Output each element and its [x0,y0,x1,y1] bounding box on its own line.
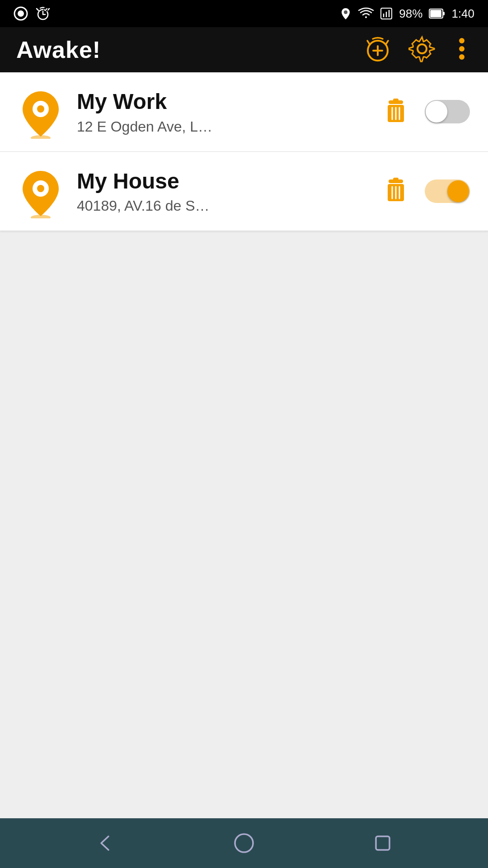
svg-point-18 [459,38,465,43]
app-title: Awake! [16,36,101,63]
status-time: 1:40 [451,7,474,21]
svg-point-31 [37,185,44,192]
svg-rect-34 [393,178,399,180]
toggle-thumb-house [447,180,469,202]
toggle-track-work [425,100,470,123]
svg-point-23 [31,135,51,139]
svg-point-19 [459,46,465,52]
delete-button-house[interactable] [380,173,411,209]
location-address-house: 40189, AV.16 de S… [77,198,367,214]
battery-percentage: 98% [399,7,422,21]
status-right: 98% 1:40 [339,7,474,21]
status-alarm-icon [35,6,51,21]
svg-point-1 [18,10,24,17]
gps-icon [339,7,352,20]
location-pin-icon-house [18,169,63,214]
more-options-button[interactable] [452,35,472,64]
svg-point-20 [459,54,465,60]
delete-button-work[interactable] [380,94,411,130]
status-bar: 98% 1:40 [0,0,488,27]
content: My Work 12 E Ogden Ave, L… [0,72,488,818]
toggle-track-house [425,179,470,203]
svg-rect-25 [393,99,399,101]
location-address-work: 12 E Ogden Ave, L… [77,118,367,135]
toggle-work[interactable] [425,100,470,123]
toolbar: Awake! [0,27,488,72]
svg-rect-13 [443,12,445,15]
nav-bar [0,818,488,868]
location-pin-icon-work [18,89,63,134]
status-left [14,6,51,21]
home-button[interactable] [233,832,255,854]
recents-button[interactable] [371,832,394,854]
back-button[interactable] [94,832,117,854]
settings-button[interactable] [408,35,436,64]
signal-icon [380,7,393,20]
location-controls-work [380,94,470,130]
svg-point-39 [235,834,253,852]
battery-icon [429,9,445,19]
location-card-work: My Work 12 E Ogden Ave, L… [0,72,488,152]
location-controls-house [380,173,470,209]
add-alarm-button[interactable] [363,34,392,65]
svg-point-6 [344,10,347,14]
wifi-icon [358,7,374,20]
location-info-house: My House 40189, AV.16 de S… [77,168,367,215]
toggle-thumb-work [426,101,447,123]
svg-rect-12 [430,10,441,17]
toolbar-actions [363,34,472,65]
location-name-work: My Work [77,89,367,115]
svg-point-17 [418,44,427,53]
location-name-house: My House [77,168,367,194]
status-circle-icon [14,6,28,21]
svg-point-32 [31,215,51,218]
toggle-house[interactable] [425,179,470,203]
location-card-house: My House 40189, AV.16 de S… [0,152,488,231]
location-info-work: My Work 12 E Ogden Ave, L… [77,89,367,135]
svg-rect-40 [376,836,389,850]
svg-point-22 [37,105,44,113]
